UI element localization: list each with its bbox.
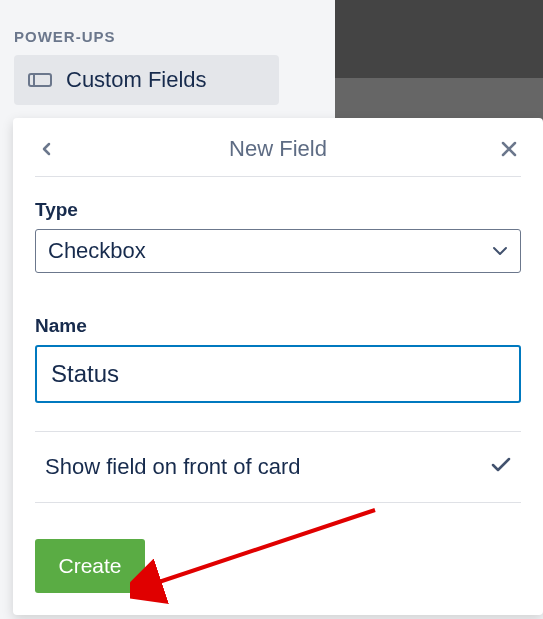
powerups-section-label: POWER-UPS	[14, 28, 116, 45]
custom-fields-label: Custom Fields	[66, 67, 207, 93]
name-section: Name	[35, 315, 521, 403]
create-button[interactable]: Create	[35, 539, 145, 593]
show-on-front-toggle[interactable]: Show field on front of card	[35, 431, 521, 503]
check-icon	[491, 457, 511, 477]
new-field-dialog: New Field Type Checkbox Name Show field …	[13, 118, 543, 615]
type-section: Type Checkbox	[35, 199, 521, 273]
bg-dark-top	[335, 0, 543, 78]
dialog-title: New Field	[59, 136, 497, 162]
svg-rect-0	[29, 74, 51, 86]
type-label: Type	[35, 199, 521, 221]
dialog-header: New Field	[35, 136, 521, 177]
chevron-down-icon	[492, 242, 508, 260]
type-value: Checkbox	[48, 238, 146, 264]
close-icon	[501, 141, 517, 157]
show-on-front-label: Show field on front of card	[45, 454, 301, 480]
bg-dark-mid	[335, 78, 543, 123]
close-button[interactable]	[497, 137, 521, 161]
back-button[interactable]	[35, 137, 59, 161]
name-input[interactable]	[35, 345, 521, 403]
chevron-left-icon	[40, 142, 54, 156]
name-label: Name	[35, 315, 521, 337]
custom-fields-icon	[28, 71, 52, 89]
type-select[interactable]: Checkbox	[35, 229, 521, 273]
custom-fields-button[interactable]: Custom Fields	[14, 55, 279, 105]
